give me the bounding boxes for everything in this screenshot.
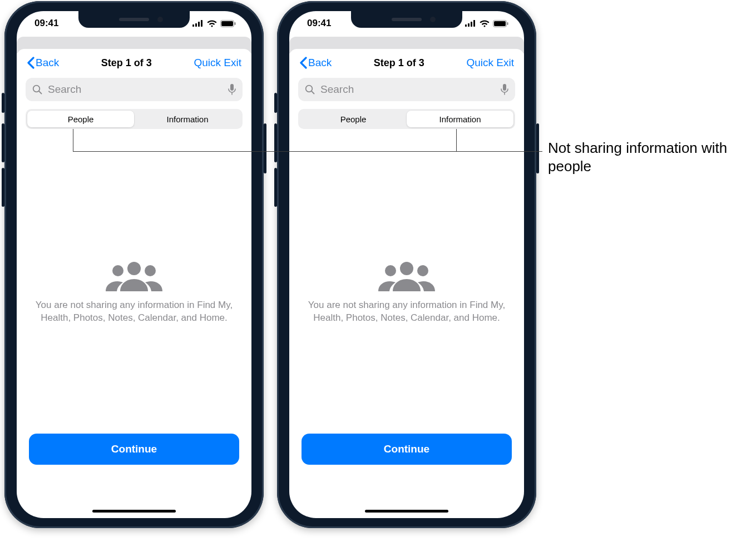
svg-rect-6	[235, 22, 236, 25]
svg-rect-9	[230, 84, 234, 91]
svg-rect-0	[192, 24, 194, 27]
segment-information[interactable]: Information	[134, 111, 241, 127]
wifi-icon	[207, 20, 217, 27]
segment-control: People Information	[26, 109, 243, 129]
svg-rect-19	[507, 22, 508, 25]
empty-state-text: You are not sharing any information in F…	[30, 299, 238, 325]
svg-rect-15	[471, 22, 472, 27]
battery-icon	[220, 20, 236, 27]
svg-point-24	[385, 265, 396, 276]
phone-right: 09:41 Back Step 1 of 3 Quick Exit	[277, 1, 536, 528]
svg-point-11	[112, 265, 123, 276]
cellular-icon	[192, 20, 204, 27]
back-button[interactable]: Back	[27, 57, 59, 69]
home-indicator[interactable]	[365, 510, 448, 513]
svg-rect-18	[494, 21, 506, 26]
battery-icon	[493, 20, 508, 27]
search-input[interactable]	[298, 78, 515, 101]
svg-rect-2	[198, 22, 200, 27]
svg-line-21	[312, 91, 314, 94]
annotation-line	[73, 129, 73, 151]
page-title: Step 1 of 3	[374, 57, 424, 69]
phone-left: 09:41 Back Step 1 of 3 Quick Exit	[4, 1, 264, 528]
svg-rect-13	[465, 24, 467, 27]
page-title: Step 1 of 3	[101, 57, 152, 69]
home-indicator[interactable]	[92, 510, 176, 513]
segment-control: People Information	[298, 109, 515, 129]
svg-rect-14	[468, 23, 470, 27]
empty-state: You are not sharing any information in F…	[26, 261, 243, 325]
quick-exit-button[interactable]: Quick Exit	[466, 57, 514, 69]
status-time: 09:41	[307, 18, 331, 29]
svg-rect-1	[195, 23, 197, 27]
status-time: 09:41	[34, 18, 58, 29]
nav-bar: Back Step 1 of 3 Quick Exit	[17, 49, 251, 74]
notch	[78, 11, 190, 28]
chevron-left-icon	[299, 57, 307, 69]
annotation-line	[456, 129, 457, 151]
notch	[351, 11, 462, 28]
back-label: Back	[36, 57, 59, 69]
search-input[interactable]	[26, 78, 243, 101]
wifi-icon	[480, 20, 490, 27]
svg-point-25	[417, 265, 428, 276]
mic-icon[interactable]	[501, 84, 508, 95]
people-group-icon	[103, 261, 165, 291]
segment-people[interactable]: People	[300, 111, 407, 127]
back-button[interactable]: Back	[299, 57, 332, 69]
svg-line-8	[39, 91, 42, 94]
svg-rect-5	[221, 21, 233, 26]
nav-bar: Back Step 1 of 3 Quick Exit	[289, 49, 524, 74]
back-label: Back	[308, 57, 332, 69]
segment-information[interactable]: Information	[407, 111, 513, 127]
search-field[interactable]	[319, 83, 496, 96]
svg-rect-16	[473, 20, 475, 27]
cellular-icon	[465, 20, 476, 27]
quick-exit-button[interactable]: Quick Exit	[194, 57, 241, 69]
empty-state: You are not sharing any information in F…	[298, 261, 515, 325]
continue-button[interactable]: Continue	[302, 434, 512, 465]
svg-point-12	[145, 265, 156, 276]
chevron-left-icon	[27, 57, 34, 69]
annotation-line	[73, 151, 542, 152]
svg-point-23	[400, 262, 413, 275]
segment-people[interactable]: People	[27, 111, 134, 127]
empty-state-text: You are not sharing any information in F…	[303, 299, 511, 325]
search-field[interactable]	[47, 83, 224, 96]
mic-icon[interactable]	[228, 84, 236, 95]
annotation-text: Not sharing information with people	[548, 139, 748, 175]
svg-point-10	[127, 262, 141, 275]
search-icon	[305, 84, 315, 95]
svg-rect-22	[503, 84, 506, 91]
people-group-icon	[376, 261, 437, 291]
continue-button[interactable]: Continue	[29, 434, 239, 465]
search-icon	[32, 84, 42, 95]
svg-rect-3	[201, 20, 202, 27]
